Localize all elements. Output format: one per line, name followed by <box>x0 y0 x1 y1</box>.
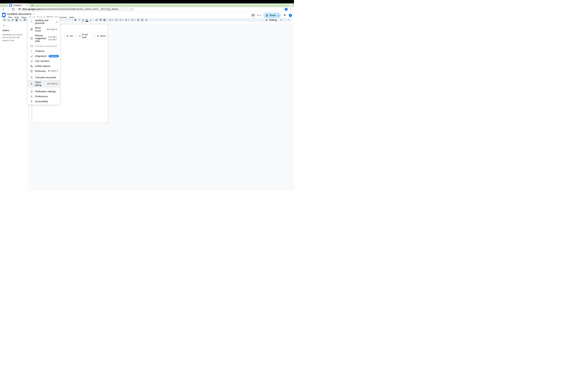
text-color-button[interactable]: A <box>85 18 89 21</box>
highlight-button[interactable] <box>89 18 93 21</box>
side-panel-toggle[interactable]: ‹ <box>292 186 294 190</box>
paint-format-icon[interactable] <box>23 18 26 21</box>
tools-preferences[interactable]: Preferences <box>28 94 60 99</box>
tools-translate-document[interactable]: Translate document <box>28 75 60 80</box>
tools-esignature[interactable]: eSignaturePremium <box>28 54 60 58</box>
collapse-toolbar-icon[interactable] <box>287 18 290 21</box>
address-bar[interactable]: docs.google.com/document/d/1eXf3QsfJGS4v… <box>17 8 135 11</box>
meet-button[interactable]: ▼ <box>257 13 261 17</box>
ruler-mark: 4 <box>73 22 73 24</box>
svg-point-8 <box>4 19 5 20</box>
horizontal-ruler[interactable]: 34567 <box>28 22 294 24</box>
nav-back-button[interactable] <box>1 8 5 11</box>
tools-spelling-and-grammar[interactable]: Spelling and grammar▶ <box>28 18 60 26</box>
ruler-mark: 6 <box>91 22 91 24</box>
tools-menu-dropdown: Spelling and grammar▶Word count⌘+Shift+C… <box>28 17 60 105</box>
decrease-indent-icon[interactable] <box>136 18 140 21</box>
outline-close-icon[interactable] <box>2 24 26 28</box>
toolbar-separator <box>285 19 285 21</box>
window-letterbox <box>0 0 294 3</box>
url-text: docs.google.com/document/d/1eXf3QsfJGS4v… <box>22 8 118 11</box>
svg-point-73 <box>31 100 32 101</box>
share-dropdown-button[interactable]: ▼ <box>276 13 281 18</box>
bookmark-star-icon[interactable]: ☆ <box>131 8 133 11</box>
browser-profile-avatar[interactable]: k <box>285 8 288 11</box>
docs-logo-icon[interactable] <box>2 13 6 17</box>
browser-tab-active[interactable]: Untitled document - Google D × <box>8 3 29 7</box>
bulleted-list-button[interactable]: ▼ <box>125 18 130 21</box>
tools-notification-settings[interactable]: Notification settings <box>28 89 60 94</box>
tools-linked-objects[interactable]: Linked objects <box>28 63 60 69</box>
menu-separator <box>28 88 60 88</box>
svg-rect-53 <box>79 35 80 36</box>
new-tab-button[interactable]: + <box>30 3 34 7</box>
svg-rect-1 <box>20 8 21 9</box>
svg-rect-59 <box>31 37 32 39</box>
svg-point-72 <box>32 97 32 97</box>
site-settings-icon[interactable] <box>18 8 21 11</box>
undo-icon[interactable] <box>7 18 10 21</box>
align-button[interactable]: ▼ <box>109 18 114 21</box>
svg-rect-70 <box>31 83 32 84</box>
redo-icon[interactable] <box>11 18 14 21</box>
docs-header: Untitled document ☆ FileEditViewInsertFo… <box>0 11 294 18</box>
gemini-icon[interactable] <box>283 13 287 17</box>
ruler-mark: 7 <box>100 22 100 24</box>
insert-image-icon[interactable] <box>103 18 106 21</box>
chip-email-draft[interactable]: Email draft <box>76 32 93 40</box>
comments-icon[interactable] <box>251 13 255 17</box>
chip-more[interactable]: More <box>95 32 108 40</box>
tab-title: Untitled document - Google D <box>13 4 25 7</box>
svg-rect-13 <box>24 19 25 19</box>
tools-voice-typing[interactable]: Voice typing⌘+Shift+S <box>28 80 60 88</box>
line-spacing-icon[interactable] <box>115 18 118 21</box>
share-label: Share <box>269 14 276 17</box>
editing-mode-button[interactable]: Editing ▼ <box>264 18 283 22</box>
browser-menu-button[interactable]: ⋮ <box>289 7 293 11</box>
toolbar-separator <box>94 19 94 21</box>
browser-toolbar: docs.google.com/document/d/1eXf3QsfJGS4v… <box>0 7 294 11</box>
tabbar-dropdown-icon[interactable]: ▾ <box>289 4 293 7</box>
print-icon[interactable] <box>15 18 18 21</box>
docs-favicon-icon <box>9 4 12 7</box>
nav-reload-button[interactable] <box>12 8 15 11</box>
share-button[interactable]: Share <box>263 13 278 18</box>
svg-point-71 <box>31 96 32 96</box>
tools-citations[interactable]: Citations <box>28 49 60 54</box>
svg-line-9 <box>5 20 6 21</box>
increase-indent-icon[interactable] <box>140 18 144 21</box>
account-avatar[interactable]: k <box>289 14 292 17</box>
tools-line-numbers[interactable]: 123Line numbers <box>28 58 60 63</box>
bold-button[interactable]: B <box>74 18 77 21</box>
insert-link-icon[interactable] <box>95 18 98 21</box>
chip-tes[interactable]: tes <box>64 32 75 40</box>
toolbar-separator <box>262 19 262 21</box>
underline-button[interactable]: U <box>81 18 85 21</box>
svg-rect-6 <box>257 15 258 16</box>
checklist-button[interactable]: ▼ <box>119 18 124 21</box>
browser-tabstrip: Untitled document - Google D × + ▾ <box>0 3 294 7</box>
svg-rect-7 <box>266 15 268 16</box>
tools-dictionary[interactable]: Dictionary⌘+Shift+Y <box>28 69 60 74</box>
tools-accessibility[interactable]: Accessibility <box>28 99 60 104</box>
nav-forward-button[interactable] <box>7 8 10 11</box>
search-menus-icon[interactable] <box>3 18 6 21</box>
tab-close-icon[interactable]: × <box>26 4 28 7</box>
svg-rect-3 <box>20 9 21 10</box>
tools-word-count[interactable]: Word count⌘+Shift+C <box>28 26 60 33</box>
outline-hint: Headings you add to the document will ap… <box>2 33 26 42</box>
star-document-icon[interactable]: ☆ <box>33 12 35 16</box>
document-title[interactable]: Untitled document <box>7 12 31 16</box>
spellcheck-icon[interactable] <box>19 18 22 21</box>
canvas-area: 123456 tesEmail draftMore <box>28 24 294 191</box>
numbered-list-button[interactable]: 123▼ <box>130 18 136 21</box>
clear-formatting-icon[interactable] <box>144 18 148 21</box>
tools-compare-documents: Compare documents <box>28 43 60 49</box>
outline-title: Outline <box>2 29 26 32</box>
outline-panel: Outline Headings you add to the document… <box>0 22 28 191</box>
svg-text:3: 3 <box>30 61 31 62</box>
tools-review-suggested-edits[interactable]: Review suggested editsCtrl+⌘O Ctrl+⌘U <box>28 33 60 43</box>
italic-button[interactable]: I <box>78 18 81 21</box>
svg-rect-17 <box>104 19 105 21</box>
insert-comment-icon[interactable] <box>99 18 102 21</box>
